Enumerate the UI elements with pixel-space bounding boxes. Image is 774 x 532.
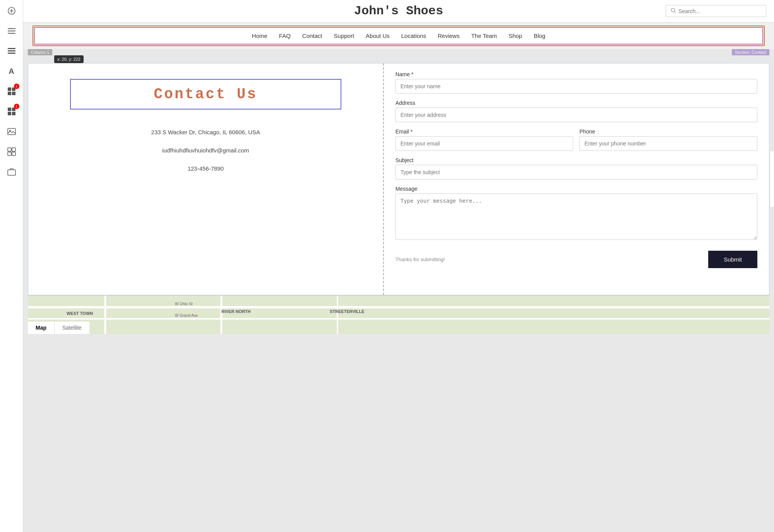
main-content: John's Shoes Home FAQ Contact Support Ab… xyxy=(23,0,774,532)
nav-item-support[interactable]: Support xyxy=(334,33,354,39)
image-icon[interactable] xyxy=(5,125,18,138)
section-container: Contact Us 233 S Wacker Dr, Chicago, IL … xyxy=(28,63,769,295)
more-button[interactable]: ··· xyxy=(772,196,774,205)
email-field-group: Email * xyxy=(396,128,574,151)
address-field-group: Address xyxy=(396,100,757,122)
nav-item-about[interactable]: About Us xyxy=(366,33,390,39)
nav-item-home[interactable]: Home xyxy=(252,33,267,39)
nav-item-locations[interactable]: Locations xyxy=(401,33,426,39)
edit-button[interactable]: ✎ xyxy=(772,174,774,184)
address-label: Address xyxy=(396,100,757,106)
nav-item-contact[interactable]: Contact xyxy=(302,33,322,39)
email-phone-row: Email * Phone xyxy=(396,128,757,157)
apps2-icon[interactable]: 1 xyxy=(5,105,18,118)
svg-rect-11 xyxy=(8,92,11,95)
section-label: Section: Contact xyxy=(732,49,769,55)
apps2-badge: 1 xyxy=(14,104,19,109)
svg-rect-3 xyxy=(8,28,15,29)
name-input[interactable] xyxy=(396,79,757,94)
svg-text:W Grand Ave: W Grand Ave xyxy=(175,313,198,318)
svg-text:W Ohio St: W Ohio St xyxy=(175,302,193,306)
contact-title: Contact Us xyxy=(77,86,334,103)
subject-field-group: Subject xyxy=(396,157,757,180)
column-label: Column 1 xyxy=(28,49,52,55)
map-svg: W Ohio St W Grand Ave FULTON RIVER WEST … xyxy=(28,296,769,334)
grid-icon[interactable] xyxy=(5,145,18,158)
map-area: W Ohio St W Grand Ave FULTON RIVER WEST … xyxy=(28,295,769,334)
email-label: Email * xyxy=(396,128,574,135)
message-field-group: Message xyxy=(396,186,757,241)
svg-line-25 xyxy=(675,12,676,13)
nav-item-team[interactable]: The Team xyxy=(471,33,497,39)
nav-item-reviews[interactable]: Reviews xyxy=(438,33,460,39)
thanks-text: Thanks for submitting! xyxy=(396,257,445,262)
header: John's Shoes xyxy=(23,0,774,22)
layout-button[interactable]: ⊞ xyxy=(772,185,774,195)
svg-rect-13 xyxy=(8,108,11,111)
name-label: Name * xyxy=(396,71,757,77)
phone-label: Phone xyxy=(579,128,757,135)
contact-info: 233 S Wacker Dr, Chicago, IL 60606, USA … xyxy=(151,129,260,183)
svg-rect-9 xyxy=(8,87,11,91)
svg-rect-4 xyxy=(8,31,15,31)
canvas-area: Column 1 Section: Contact x: 20, y: 222 … xyxy=(23,49,774,532)
svg-text:STREETERVILLE: STREETERVILLE xyxy=(330,309,365,314)
search-box[interactable] xyxy=(666,5,766,17)
coords-tooltip: x: 20, y: 222 xyxy=(54,55,84,63)
menu-icon[interactable] xyxy=(5,25,18,37)
svg-rect-6 xyxy=(8,48,15,49)
submit-button[interactable]: Submit xyxy=(708,251,757,268)
svg-rect-17 xyxy=(8,128,15,135)
message-label: Message xyxy=(396,186,757,192)
nav-item-faq[interactable]: FAQ xyxy=(279,33,291,39)
site-title: John's Shoes xyxy=(132,4,666,18)
scroll-down-button[interactable]: ↓ xyxy=(772,164,774,173)
contact-form: Name * Address Email * Phone xyxy=(384,63,769,295)
svg-rect-20 xyxy=(12,148,15,151)
svg-rect-12 xyxy=(12,92,15,95)
svg-rect-26 xyxy=(28,296,769,334)
svg-rect-15 xyxy=(8,112,11,115)
svg-rect-19 xyxy=(8,148,11,151)
map-tabs: Map Satellite xyxy=(28,321,90,334)
subject-label: Subject xyxy=(396,157,757,163)
search-input[interactable] xyxy=(678,8,761,14)
nav-bar: Home FAQ Contact Support About Us Locati… xyxy=(35,28,762,44)
svg-text:RIVER NORTH: RIVER NORTH xyxy=(221,309,251,314)
message-input[interactable] xyxy=(396,193,757,240)
text-icon[interactable]: A xyxy=(5,65,18,77)
nav-item-blog[interactable]: Blog xyxy=(534,33,545,39)
email-input[interactable] xyxy=(396,136,574,151)
map-tab-satellite[interactable]: Satellite xyxy=(55,322,90,334)
svg-rect-5 xyxy=(8,33,15,34)
svg-text:WEST TOWN: WEST TOWN xyxy=(67,311,93,316)
svg-point-24 xyxy=(671,9,675,12)
search-icon xyxy=(671,8,676,14)
svg-rect-21 xyxy=(8,152,11,156)
svg-rect-8 xyxy=(8,53,15,54)
nav-inner: Home FAQ Contact Support About Us Locati… xyxy=(34,27,763,44)
phone-input[interactable] xyxy=(579,136,757,151)
svg-rect-22 xyxy=(12,152,15,156)
apps-icon[interactable]: 1 xyxy=(5,85,18,98)
left-sidebar: A 1 1 xyxy=(0,0,23,532)
portfolio-icon[interactable] xyxy=(5,166,18,178)
scroll-up-button[interactable]: ↑ xyxy=(772,153,774,162)
apps-badge: 1 xyxy=(14,84,19,89)
contact-title-box: Contact Us xyxy=(70,79,341,109)
svg-rect-23 xyxy=(8,170,15,175)
add-icon[interactable] xyxy=(5,5,18,17)
nav-item-shop[interactable]: Shop xyxy=(509,33,522,39)
svg-rect-7 xyxy=(8,50,15,51)
subject-input[interactable] xyxy=(396,165,757,180)
scroll-controls: ↑ ↓ ✎ ⊞ ··· xyxy=(770,151,774,207)
address-input[interactable] xyxy=(396,108,757,122)
map-tab-map[interactable]: Map xyxy=(28,322,55,334)
svg-rect-16 xyxy=(12,112,15,115)
contact-left: Contact Us 233 S Wacker Dr, Chicago, IL … xyxy=(28,63,384,295)
phone-field-group: Phone xyxy=(579,128,757,151)
contact-phone: 123-456-7890 xyxy=(151,165,260,172)
contact-email: iudfhiuhdfiuvhuiohdfv@gmail.com xyxy=(151,147,260,154)
contact-address: 233 S Wacker Dr, Chicago, IL 60606, USA xyxy=(151,129,260,135)
list-icon[interactable] xyxy=(5,45,18,57)
